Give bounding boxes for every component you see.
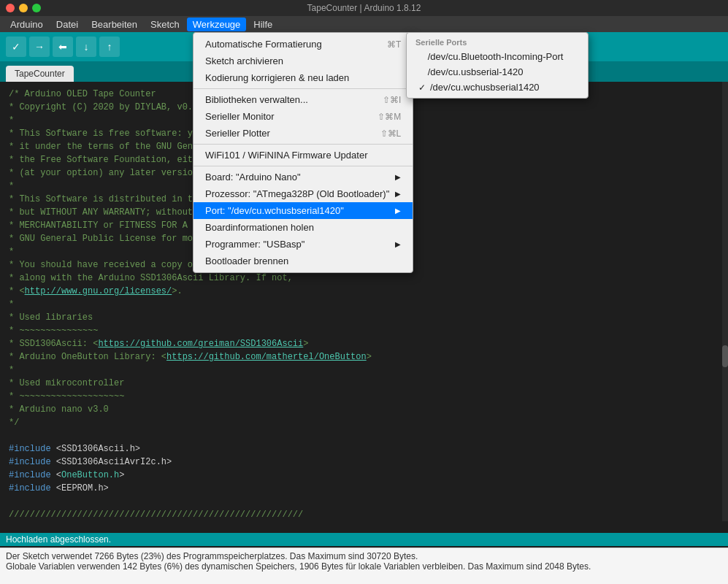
menu-bearbeiten[interactable]: Bearbeiten [85, 18, 143, 31]
menu-arduino[interactable]: Arduino [4, 18, 49, 31]
editor-line: ////////////////////////////////////////… [9, 508, 719, 521]
editor-line [9, 495, 719, 508]
menu-sketch[interactable]: Sketch [145, 18, 185, 31]
scrollbar[interactable] [722, 82, 728, 521]
editor-line: * [9, 364, 719, 377]
serial-button[interactable]: ↓ [76, 36, 96, 57]
verify-button[interactable]: ✓ [6, 36, 26, 57]
editor-line: * [9, 298, 719, 311]
editor-line: * Used libraries [9, 311, 719, 324]
close-button[interactable] [6, 4, 15, 12]
menu-datei[interactable]: Datei [50, 18, 84, 31]
port-wchusbserial[interactable]: ✓ /dev/cu.wchusbserial1420 [407, 80, 588, 95]
debug-button[interactable]: ⬅ [53, 36, 73, 57]
menu-burn-bootloader[interactable]: Bootloader brennen [194, 253, 413, 269]
menu-fix-encoding[interactable]: Kodierung korrigieren & neu laden [194, 69, 413, 86]
port-usbserial[interactable]: /dev/cu.usbserial-1420 [407, 64, 588, 80]
editor-line: #include <SSD1306Ascii.h> [9, 442, 719, 456]
menu-separator-3 [194, 166, 413, 166]
upload-button[interactable]: → [29, 36, 50, 57]
window-controls [6, 4, 41, 12]
tab-tapecounter[interactable]: TapeCounter [6, 66, 74, 82]
scrollbar-thumb[interactable] [722, 345, 728, 367]
menu-wifi-updater[interactable]: WiFi101 / WiFiNINA Firmware Updater [194, 147, 413, 164]
editor-line [9, 429, 719, 442]
new-button[interactable]: ↑ [99, 36, 120, 57]
menu-serial-plotter[interactable]: Serieller Plotter ⇧⌘L [194, 125, 413, 142]
editor-line: #include <SSD1306AsciiAvrI2c.h> [9, 456, 719, 469]
window-title: TapeCounter | Arduino 1.8.12 [307, 3, 421, 13]
menu-werkzeuge[interactable]: Werkzeuge [187, 18, 247, 31]
editor-line: * SSD1306Ascii: <https://github.com/grei… [9, 337, 719, 350]
menu-programmer[interactable]: Programmer: "USBasp" ▶ [194, 236, 413, 253]
menu-port[interactable]: Port: "/dev/cu.wchusbserial1420" ▶ [194, 202, 413, 219]
minimize-button[interactable] [19, 4, 28, 12]
menu-separator-2 [194, 144, 413, 145]
editor-line: * Arduino OneButton Library: <https://gi… [9, 350, 719, 364]
editor-line: #include <OneButton.h> [9, 469, 719, 482]
upload-status: Hochladen abgeschlossen. [0, 533, 728, 546]
editor-line: #include <EEPROM.h> [9, 482, 719, 495]
menubar: Arduino Datei Bearbeiten Sketch Werkzeug… [0, 16, 728, 32]
menu-auto-format[interactable]: Automatische Formatierung ⌘T [194, 36, 413, 53]
editor-line: * <http://www.gnu.org/licenses/>. [9, 285, 719, 298]
editor-line: * Used mikrocontroller [9, 377, 719, 390]
editor-line: * along with the Arduino SSD1306Ascii Li… [9, 272, 719, 285]
menu-board[interactable]: Board: "Arduino Nano" ▶ [194, 169, 413, 185]
menu-serial-monitor[interactable]: Serieller Monitor ⇧⌘M [194, 108, 413, 125]
editor-line: */ [9, 416, 719, 429]
status-line-1: Der Sketch verwendet 7266 Bytes (23%) de… [6, 551, 722, 561]
menu-hilfe[interactable]: Hilfe [248, 18, 278, 31]
editor-line: * ~~~~~~~~~~~~~~~~~~~~ [9, 390, 719, 403]
menu-separator [194, 88, 413, 89]
menu-manage-libraries[interactable]: Bibliotheken verwalten... ⇧⌘I [194, 91, 413, 108]
menu-processor[interactable]: Prozessor: "ATmega328P (Old Bootloader)"… [194, 185, 413, 202]
menu-archive-sketch[interactable]: Sketch archivieren [194, 53, 413, 69]
statusbar-container: Hochladen abgeschlossen. Der Sketch verw… [0, 533, 728, 584]
editor-line: * Arduino nano v3.0 [9, 403, 719, 416]
editor-line: * ~~~~~~~~~~~~~~~ [9, 324, 719, 337]
port-submenu: Serielle Ports /dev/cu.Bluetooth-Incomin… [406, 32, 589, 99]
menu-board-info[interactable]: Boardinformationen holen [194, 219, 413, 236]
maximize-button[interactable] [32, 4, 41, 12]
statusbar: Der Sketch verwendet 7266 Bytes (23%) de… [0, 548, 728, 584]
port-submenu-header: Serielle Ports [407, 36, 588, 49]
werkzeuge-dropdown: Automatische Formatierung ⌘T Sketch arch… [193, 32, 413, 273]
titlebar: TapeCounter | Arduino 1.8.12 [0, 0, 728, 16]
status-line-2: Globale Variablen verwenden 142 Bytes (6… [6, 561, 722, 572]
port-bluetooth[interactable]: /dev/cu.Bluetooth-Incoming-Port [407, 49, 588, 64]
